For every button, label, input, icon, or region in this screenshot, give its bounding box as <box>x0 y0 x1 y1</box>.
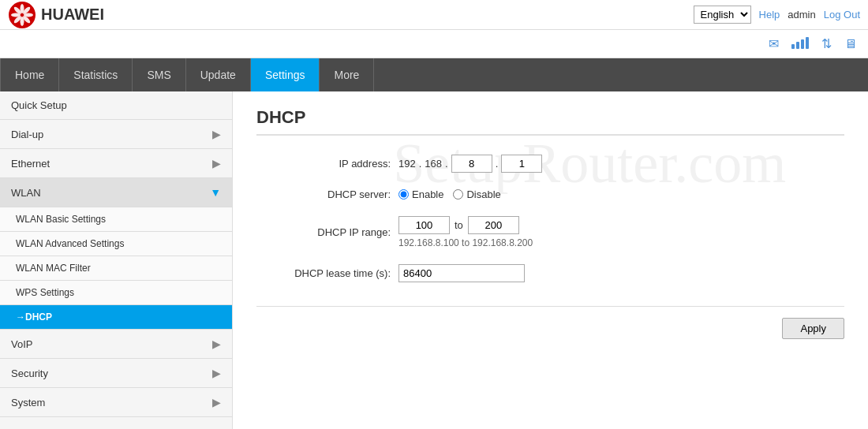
dhcp-enable-text: Enable <box>412 188 443 200</box>
sidebar-label-voip: VoIP <box>11 338 32 350</box>
nav-settings[interactable]: Settings <box>251 58 320 91</box>
nav-statistics[interactable]: Statistics <box>59 58 133 91</box>
sidebar-arrow-wlan: ▼ <box>210 186 221 199</box>
logout-link[interactable]: Log Out <box>824 9 860 21</box>
brand-name: HUAWEI <box>41 6 104 24</box>
ip-dot-1: . <box>419 158 422 170</box>
main-layout: Quick Setup Dial-up ▶ Ethernet ▶ WLAN ▼ … <box>0 91 868 429</box>
dhcp-lease-input[interactable] <box>398 264 525 282</box>
dhcp-range-label: DHCP IP range: <box>256 226 391 238</box>
sidebar-label-ethernet: Ethernet <box>11 158 50 170</box>
sidebar-sub-wlan-advanced[interactable]: WLAN Advanced Settings <box>0 232 232 256</box>
sidebar-sub-dhcp[interactable]: DHCP <box>0 305 232 330</box>
svg-rect-11 <box>801 39 804 49</box>
admin-label: admin <box>788 9 815 21</box>
sidebar-arrow-voip: ▶ <box>212 338 221 350</box>
dhcp-server-radio-group: Enable Disable <box>398 188 501 200</box>
huawei-logo: HUAWEI <box>8 1 104 29</box>
dhcp-disable-label[interactable]: Disable <box>453 188 500 200</box>
sidebar-sub-label-wlan-mac: WLAN MAC Filter <box>16 263 91 274</box>
dhcp-range-row: DHCP IP range: to 192.168.8.100 to 192.1… <box>256 216 844 248</box>
ip-static-2: 168 <box>425 158 442 170</box>
sidebar-label-wlan: WLAN <box>11 187 41 199</box>
sidebar-item-wlan[interactable]: WLAN ▼ <box>0 178 232 207</box>
footer-bar: Apply <box>256 306 844 339</box>
top-bar-right: English Help admin Log Out <box>694 6 860 24</box>
dhcp-range-to-input[interactable] <box>468 216 519 234</box>
dhcp-range-col: to 192.168.8.100 to 192.168.8.200 <box>398 216 533 248</box>
sidebar-label-quick-setup: Quick Setup <box>11 99 67 111</box>
ip-octet3-input[interactable] <box>451 155 492 173</box>
ip-address-fields: 192 . 168 . . <box>398 155 542 173</box>
dhcp-disable-radio[interactable] <box>453 189 463 200</box>
nav-home[interactable]: Home <box>0 58 59 91</box>
dhcp-server-label: DHCP server: <box>256 188 391 200</box>
mail-icon[interactable]: ✉ <box>769 36 779 51</box>
range-hint: 192.168.8.100 to 192.168.8.200 <box>398 237 533 248</box>
help-link[interactable]: Help <box>759 9 780 21</box>
sidebar-sub-label-wlan-basic: WLAN Basic Settings <box>16 214 106 225</box>
sidebar-label-system: System <box>11 397 45 408</box>
dhcp-lease-row: DHCP lease time (s): <box>256 264 844 282</box>
nav-bar: Home Statistics SMS Update Settings More <box>0 58 868 91</box>
monitor-icon[interactable]: 🖥 <box>844 37 857 51</box>
page-title: DHCP <box>256 107 844 136</box>
ip-address-row: IP address: 192 . 168 . . <box>256 155 844 173</box>
ip-static-1: 192 <box>398 158 416 170</box>
sidebar-label-security: Security <box>11 367 48 379</box>
icon-bar: ✉ ⇅ 🖥 <box>0 30 868 58</box>
huawei-logo-icon <box>8 1 36 29</box>
signal-icon[interactable] <box>791 36 809 52</box>
sidebar-item-system[interactable]: System ▶ <box>0 388 232 417</box>
ip-address-label: IP address: <box>256 158 391 170</box>
sidebar-arrow-security: ▶ <box>212 367 221 379</box>
sidebar-item-voip[interactable]: VoIP ▶ <box>0 330 232 359</box>
brand-area: HUAWEI <box>8 1 104 29</box>
sidebar-arrow-system: ▶ <box>212 396 221 408</box>
dhcp-range-inputs: to <box>398 216 533 234</box>
sidebar-sub-label-wps: WPS Settings <box>16 287 74 298</box>
svg-rect-10 <box>796 42 799 49</box>
sidebar-arrow-dialup: ▶ <box>212 128 221 140</box>
nav-more[interactable]: More <box>320 58 374 91</box>
top-bar: HUAWEI English Help admin Log Out <box>0 0 868 30</box>
sidebar-sub-wps[interactable]: WPS Settings <box>0 281 232 305</box>
dhcp-enable-radio[interactable] <box>398 189 409 200</box>
sidebar-item-quick-setup[interactable]: Quick Setup <box>0 91 232 120</box>
nav-sms[interactable]: SMS <box>133 58 185 91</box>
language-select[interactable]: English <box>694 6 751 24</box>
dhcp-enable-label[interactable]: Enable <box>398 188 443 200</box>
apply-button[interactable]: Apply <box>782 318 844 339</box>
svg-rect-12 <box>806 37 809 49</box>
sidebar-sub-label-wlan-advanced: WLAN Advanced Settings <box>16 238 124 249</box>
dhcp-lease-label: DHCP lease time (s): <box>256 267 391 279</box>
sidebar: Quick Setup Dial-up ▶ Ethernet ▶ WLAN ▼ … <box>0 91 233 429</box>
ip-dot-2: . <box>445 158 448 170</box>
sidebar-sub-label-dhcp: DHCP <box>25 311 52 323</box>
ip-octet4-input[interactable] <box>501 155 542 173</box>
content-area: SetupRouter.com DHCP IP address: 192 . 1… <box>233 91 868 429</box>
sidebar-item-dialup[interactable]: Dial-up ▶ <box>0 120 232 149</box>
svg-rect-9 <box>791 44 795 49</box>
sidebar-item-security[interactable]: Security ▶ <box>0 359 232 388</box>
dhcp-disable-text: Disable <box>466 188 500 200</box>
arrows-icon[interactable]: ⇅ <box>821 36 832 51</box>
content-inner: DHCP IP address: 192 . 168 . . DHCP serv… <box>256 107 844 339</box>
dhcp-server-row: DHCP server: Enable Disable <box>256 188 844 200</box>
nav-update[interactable]: Update <box>186 58 251 91</box>
sidebar-item-ethernet[interactable]: Ethernet ▶ <box>0 149 232 178</box>
sidebar-sub-wlan-basic[interactable]: WLAN Basic Settings <box>0 207 232 232</box>
sidebar-arrow-ethernet: ▶ <box>212 157 221 170</box>
ip-dot-3: . <box>496 158 499 170</box>
sidebar-sub-wlan-mac[interactable]: WLAN MAC Filter <box>0 256 232 281</box>
sidebar-label-dialup: Dial-up <box>11 129 43 140</box>
range-to-text: to <box>455 219 463 231</box>
dhcp-range-from-input[interactable] <box>398 216 450 234</box>
